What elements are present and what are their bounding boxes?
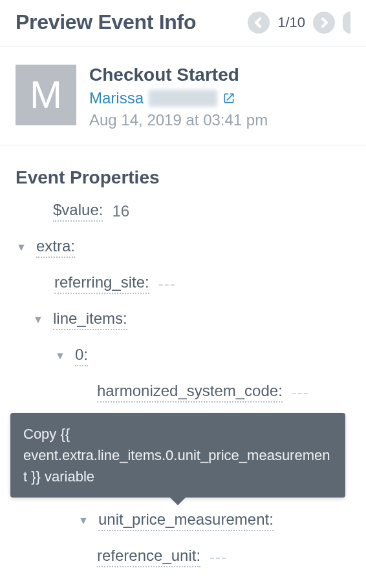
prop-row-line-items: ▼ line_items:: [16, 302, 366, 338]
event-properties-tree: $value: 16 ▼ extra: referring_site: --- …: [0, 193, 366, 588]
prop-key: extra:: [36, 237, 75, 258]
user-first-name-link[interactable]: Marissa: [89, 89, 144, 107]
prop-val-empty: ---: [210, 548, 227, 566]
prop-row-harmonized-system-code: harmonized_system_code: ---: [16, 374, 366, 410]
pager: 1/10: [248, 12, 350, 34]
pager-prev-button[interactable]: [248, 12, 270, 34]
prop-row-value: $value: 16: [16, 193, 366, 229]
external-link-icon[interactable]: [222, 92, 235, 105]
prop-key: unit_price_measurement:: [98, 510, 274, 531]
avatar: M: [16, 65, 76, 125]
disclosure-icon[interactable]: ▼: [32, 314, 44, 326]
pager-next-button[interactable]: [313, 12, 335, 34]
user-last-name-redacted: [149, 90, 217, 107]
copy-variable-tooltip[interactable]: Copy {{ event.extra.line_items.0.unit_pr…: [10, 413, 345, 498]
prop-row-extra: ▼ extra:: [16, 229, 366, 266]
prop-row-reference-unit: reference_unit: ---: [16, 539, 366, 575]
section-title: Event Properties: [0, 145, 366, 193]
event-meta: Checkout Started Marissa Aug 14, 2019 at…: [89, 65, 268, 129]
page-title: Preview Event Info: [16, 10, 196, 34]
prop-val-empty: ---: [158, 275, 176, 293]
prop-row-referring-site: referring_site: ---: [16, 266, 366, 302]
prop-key: reference_unit:: [97, 547, 200, 567]
prop-val-empty: ---: [292, 383, 309, 401]
pager-extra-button[interactable]: [343, 12, 350, 34]
user-row: Marissa: [89, 89, 268, 107]
event-timestamp: Aug 14, 2019 at 03:41 pm: [89, 111, 268, 129]
event-summary: M Checkout Started Marissa Aug 14, 2019 …: [0, 47, 366, 145]
prop-row-index-0: ▼ 0:: [16, 338, 366, 374]
preview-header: Preview Event Info 1/10: [0, 0, 366, 47]
event-name: Checkout Started: [89, 65, 268, 85]
prop-key: line_items:: [53, 310, 127, 330]
disclosure-icon[interactable]: ▼: [78, 515, 89, 527]
disclosure-icon[interactable]: ▼: [16, 242, 27, 253]
pager-position: 1/10: [277, 14, 305, 31]
prop-row-unit-price-measurement: ▼ unit_price_measurement:: [16, 503, 366, 539]
prop-key: harmonized_system_code:: [97, 382, 283, 403]
prop-key: referring_site:: [54, 273, 149, 294]
prop-val: 16: [112, 202, 129, 220]
prop-key: $value:: [53, 201, 103, 222]
tooltip-wrap: Copy {{ event.extra.line_items.0.unit_pr…: [16, 413, 366, 498]
disclosure-icon[interactable]: ▼: [54, 350, 66, 362]
prop-key: 0:: [75, 346, 88, 366]
